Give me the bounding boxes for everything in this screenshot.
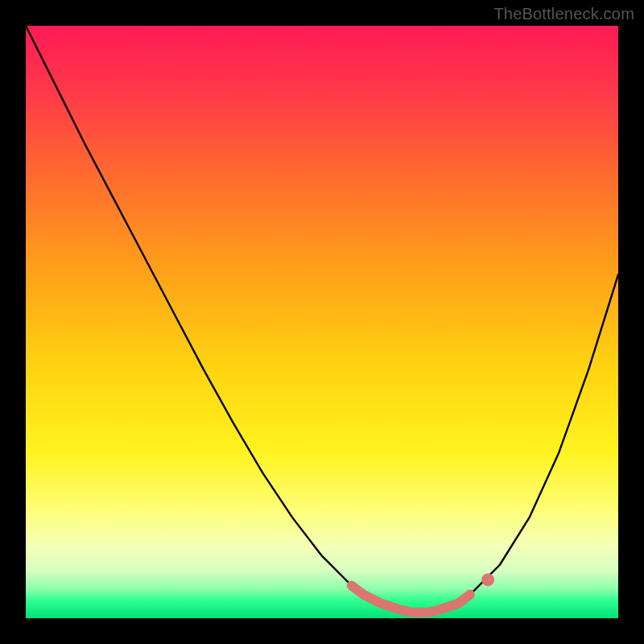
bottleneck-curve (26, 26, 618, 613)
optimal-marker-dot (481, 573, 494, 586)
optimal-range-overlay (352, 586, 470, 613)
curve-layer (26, 26, 618, 618)
plot-area (26, 26, 618, 618)
chart-frame: TheBottleneck.com (0, 0, 644, 644)
watermark-text: TheBottleneck.com (493, 5, 634, 23)
